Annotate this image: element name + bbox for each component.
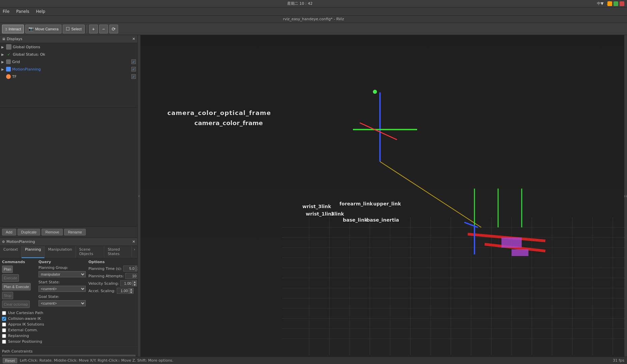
tab-scene-objects[interactable]: Scene Objects [76, 246, 105, 258]
grid-checkbox[interactable] [131, 59, 136, 64]
accel-scaling-down[interactable]: ▼ [129, 291, 134, 294]
menu-panels[interactable]: Panels [15, 8, 31, 15]
motion-planning-label: MotionPlanning [12, 67, 131, 72]
select-button[interactable]: ☐ Select [63, 25, 85, 33]
tab-context[interactable]: Context [0, 246, 22, 258]
approx-ik-checkbox[interactable] [2, 323, 6, 327]
goal-state-select[interactable]: <current> [38, 300, 86, 306]
camera-color-optical-frame-label: camera_color_optical_frame [167, 109, 271, 116]
path-constraints-row: None [2, 355, 135, 357]
planning-time-spinbox[interactable]: ▲ ▼ [123, 265, 137, 272]
wrist-3link-label: wrist_3link [302, 204, 331, 209]
approx-ik-row: Approx IK Solutions [2, 322, 135, 327]
mp-panel-close[interactable]: ✕ [132, 240, 135, 244]
tree-item-grid[interactable]: ▶ Grid [0, 58, 137, 65]
planning-attempts-input[interactable] [125, 273, 137, 279]
motion-planning-checkbox[interactable] [131, 67, 136, 72]
accel-scaling-up[interactable]: ▲ [129, 288, 134, 291]
close-button[interactable] [620, 1, 624, 6]
reset-button[interactable]: Reset [3, 358, 17, 363]
velocity-scaling-label: Velocity Scaling: [88, 281, 119, 286]
use-cartesian-path-row: Use Cartesian Path [2, 311, 135, 315]
menu-help[interactable]: Help [35, 8, 47, 15]
motion-planning-header-title: ⚙ MotionPlanning [2, 240, 35, 244]
start-state-select[interactable]: <current> [38, 286, 86, 292]
commands-header: Commands [2, 260, 36, 264]
options-column: Options Planning Time (s): ▲ ▼ [88, 260, 137, 308]
scale-icon-button[interactable]: − [99, 25, 108, 33]
external-comm-checkbox[interactable] [2, 328, 6, 332]
planning-attempts-spinbox[interactable]: ▲ ▼ [125, 273, 137, 279]
tab-manipulation[interactable]: Manipulation [45, 246, 76, 258]
goal-state-select-row: <current> [38, 300, 86, 306]
translate-icon-button[interactable]: + [89, 25, 98, 33]
tab-planning[interactable]: Planning [22, 246, 45, 258]
global-options-label: Global Options [13, 45, 136, 49]
panel-collapse-handle[interactable]: ‹ [138, 35, 140, 357]
topbar-indicator[interactable]: 中▼ [597, 1, 603, 6]
goal-state-label: Goal State: [38, 295, 59, 299]
path-constraints-section: Path Constraints None [0, 346, 137, 357]
interact-button[interactable]: ↕ Interact [2, 25, 24, 33]
grid-icon [6, 59, 11, 64]
clear-octomap-button[interactable]: Clear octomap [2, 301, 30, 308]
goal-state-label-row: Goal State: [38, 295, 86, 299]
svg-point-33 [373, 90, 377, 94]
duplicate-button[interactable]: Duplicate [18, 229, 40, 235]
displays-panel-icon: 🖥 [2, 37, 5, 41]
viewport[interactable]: camera_color_optical_frame camera_color_… [140, 35, 627, 357]
tree-item-global-status[interactable]: ▶ ✓ Global Status: Ok [0, 51, 137, 58]
maximize-button[interactable] [614, 1, 618, 6]
tab-more[interactable]: › [132, 246, 137, 258]
execute-button[interactable]: Execute [2, 274, 19, 282]
tf-checkbox[interactable] [131, 74, 136, 79]
rotate-icon-button[interactable]: ⟳ [109, 25, 118, 33]
accel-scaling-input[interactable] [117, 288, 129, 294]
tree-arrow: ▶ [1, 60, 6, 64]
sensor-positioning-checkbox[interactable] [2, 340, 6, 344]
planning-time-down[interactable]: ▼ [135, 269, 137, 272]
query-header: Query [38, 260, 86, 264]
planning-group-select[interactable]: manipulator [38, 271, 86, 277]
svg-rect-42 [512, 249, 528, 256]
add-button[interactable]: Add [2, 229, 16, 235]
displays-panel-close[interactable]: ✕ [132, 37, 135, 41]
velocity-scaling-input[interactable] [120, 280, 132, 286]
tab-stored-states[interactable]: Stored States [104, 246, 132, 258]
planning-time-up[interactable]: ▲ [135, 265, 137, 269]
forearm-link-label: forearm_link [339, 201, 373, 206]
mp-icon: ⚙ [2, 240, 5, 244]
tree-item-motion-planning[interactable]: ▶ MotionPlanning [0, 65, 137, 73]
velocity-scaling-down[interactable]: ▼ [132, 283, 137, 286]
velocity-scaling-up[interactable]: ▲ [132, 280, 137, 283]
options-checkboxes: Use Cartesian Path Collision-aware IK Ap… [0, 309, 137, 346]
motion-planning-panel: ⚙ MotionPlanning ✕ Context Planning Mani… [0, 238, 137, 357]
rename-button[interactable]: Rename [64, 229, 86, 235]
right-panel-handle[interactable]: › [624, 35, 627, 357]
planning-time-input[interactable] [123, 265, 135, 272]
planning-group-select-row: manipulator [38, 271, 86, 277]
velocity-scaling-spinbox[interactable]: ▲ ▼ [120, 280, 137, 286]
fps-counter: 31 fps [613, 358, 624, 363]
use-cartesian-path-checkbox[interactable] [2, 311, 6, 315]
replanning-checkbox[interactable] [2, 334, 6, 338]
planning-time-row: Planning Time (s): ▲ ▼ [88, 265, 137, 272]
remove-button[interactable]: Remove [42, 229, 63, 235]
start-state-select-row: <current> [38, 286, 86, 292]
plan-execute-button[interactable]: Plan & Execute [2, 283, 31, 290]
tf-icon [6, 74, 11, 79]
status-help-text: Left-Click: Rotate. Middle-Click: Move X… [20, 358, 173, 363]
displays-buttons: Add Duplicate Remove Rename [0, 227, 137, 238]
stop-button[interactable]: Stop [2, 292, 13, 299]
tree-item-global-options[interactable]: ▶ Global Options [0, 43, 137, 51]
tree-item-tf[interactable]: TF [0, 73, 137, 80]
accel-scaling-spinbox[interactable]: ▲ ▼ [117, 288, 134, 294]
move-camera-button[interactable]: 📷 Move Camera [25, 25, 61, 33]
menu-file[interactable]: File [1, 8, 11, 15]
planning-tab-content: Commands Plan Execute Plan & Execute Sto… [0, 258, 137, 357]
minimize-button[interactable] [607, 1, 612, 6]
3d-canvas[interactable]: camera_color_optical_frame camera_color_… [140, 35, 627, 357]
collision-aware-ik-checkbox[interactable] [2, 317, 6, 321]
path-constraints-select[interactable]: None [2, 355, 135, 357]
plan-button[interactable]: Plan [2, 265, 13, 273]
